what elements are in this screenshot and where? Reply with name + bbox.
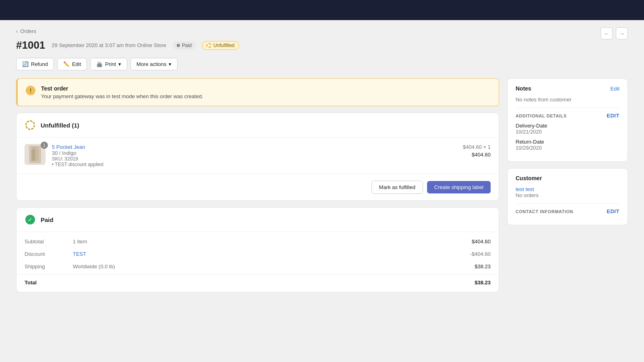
shipping-label: Shipping bbox=[25, 263, 73, 269]
discount-amount: -$404.60 bbox=[470, 251, 491, 257]
nav-bar bbox=[0, 0, 644, 20]
shipping-amount: $38.23 bbox=[475, 263, 491, 269]
main-left: ! Test order Your payment gateway was in… bbox=[16, 78, 499, 292]
notes-card-header: Notes Edit bbox=[516, 85, 619, 92]
order-meta: 29 September 2020 at 3:07 am from Online… bbox=[52, 42, 166, 48]
notes-edit-link[interactable]: Edit bbox=[611, 86, 619, 92]
page-title: #1001 bbox=[16, 39, 45, 51]
breadcrumb-label: Orders bbox=[20, 28, 36, 34]
main-right: Notes Edit No notes from customer ADDITI… bbox=[507, 78, 628, 292]
page-wrapper: ‹ Orders ← → #1001 29 September 2020 at … bbox=[0, 0, 644, 362]
print-chevron-icon: ▾ bbox=[118, 61, 121, 67]
item-thumbnail-icon bbox=[29, 146, 41, 163]
financial-rows: Subtotal 1 item $404.60 Discount TEST -$… bbox=[17, 232, 499, 292]
item-variant: 30 / Indigo bbox=[52, 150, 456, 156]
more-actions-button[interactable]: More actions ▾ bbox=[130, 58, 178, 70]
edit-button[interactable]: ✏️ Edit bbox=[57, 58, 87, 70]
svg-rect-1 bbox=[32, 147, 38, 148]
unfulfilled-dashed-icon bbox=[206, 43, 211, 48]
financial-row-shipping: Shipping Worldwide (0.0 lb) $38.23 bbox=[17, 260, 499, 273]
customer-title: Customer bbox=[516, 175, 542, 181]
item-sku: SKU: 32019 bbox=[52, 156, 456, 162]
subtotal-amount: $404.60 bbox=[472, 239, 491, 245]
unfulfilled-card-header: Unfulfilled (1) bbox=[17, 113, 499, 138]
item-quantity-badge: 1 bbox=[41, 142, 48, 149]
customer-card-header: Customer bbox=[516, 175, 619, 181]
item-price-formula: $404.60 × 1 bbox=[463, 144, 491, 150]
alert-title: Test order bbox=[41, 85, 203, 92]
print-icon: 🖨️ bbox=[96, 61, 103, 67]
return-date-label: Return-Date bbox=[516, 139, 619, 145]
action-bar: 🔄 Refund ✏️ Edit 🖨️ Print ▾ More actions… bbox=[16, 58, 628, 70]
total-amount: $38.23 bbox=[475, 280, 491, 286]
svg-rect-3 bbox=[31, 149, 35, 161]
alert-banner: ! Test order Your payment gateway was in… bbox=[16, 78, 499, 106]
additional-details-edit-link[interactable]: Edit bbox=[607, 113, 619, 119]
item-details: 5 Pocket Jean 30 / Indigo SKU: 32019 • T… bbox=[52, 144, 456, 167]
paid-card-header: ✓ Paid bbox=[17, 208, 499, 232]
item-discount: • TEST discount applied bbox=[52, 162, 456, 167]
alert-content: Test order Your payment gateway was in t… bbox=[41, 85, 203, 99]
breadcrumb[interactable]: ‹ Orders bbox=[16, 28, 628, 34]
discount-value: TEST bbox=[73, 251, 470, 257]
page-header: #1001 29 September 2020 at 3:07 am from … bbox=[16, 39, 628, 51]
delivery-date-item: Delivery-Date 10/21/2020 bbox=[516, 123, 619, 135]
alert-text: Your payment gateway was in test mode wh… bbox=[41, 93, 203, 99]
additional-details-header: ADDITIONAL DETAILS Edit bbox=[516, 113, 619, 119]
contact-info-header: CONTACT INFORMATION Edit bbox=[516, 208, 619, 214]
paid-status-icon: ✓ bbox=[25, 214, 36, 225]
order-item-row: 1 5 Pocket Jean 30 / Indigo SKU: 32019 •… bbox=[17, 138, 499, 174]
item-price-total: $404.60 bbox=[463, 152, 491, 158]
nav-back-button[interactable]: ← bbox=[601, 27, 613, 39]
unfulfilled-badge: Unfulfilled bbox=[202, 41, 239, 50]
return-date-value: 10/29/2020 bbox=[516, 145, 619, 151]
financial-row-discount: Discount TEST -$404.60 bbox=[17, 248, 499, 260]
nav-arrows: ← → bbox=[601, 27, 628, 39]
delivery-date-label: Delivery-Date bbox=[516, 123, 619, 129]
content-area: ‹ Orders ← → #1001 29 September 2020 at … bbox=[0, 20, 644, 362]
paid-dot-icon bbox=[177, 44, 180, 47]
contact-edit-link[interactable]: Edit bbox=[607, 208, 619, 214]
breadcrumb-arrow-icon: ‹ bbox=[16, 28, 18, 34]
card-actions: Mark as fulfilled Create shipping label bbox=[17, 174, 499, 200]
paid-title: Paid bbox=[41, 216, 54, 223]
financial-row-total: Total $38.23 bbox=[17, 276, 499, 289]
discount-label: Discount bbox=[25, 251, 73, 257]
refund-button[interactable]: 🔄 Refund bbox=[16, 58, 54, 70]
unfulfilled-status-icon bbox=[25, 119, 36, 131]
subtotal-value: 1 item bbox=[73, 239, 472, 245]
print-button[interactable]: 🖨️ Print ▾ bbox=[90, 58, 127, 70]
refund-icon: 🔄 bbox=[22, 61, 29, 67]
contact-section: CONTACT INFORMATION Edit bbox=[516, 203, 619, 214]
customer-name-link[interactable]: test test bbox=[516, 186, 619, 192]
notes-title: Notes bbox=[516, 85, 531, 92]
financial-divider bbox=[17, 274, 499, 275]
shipping-value: Worldwide (0.0 lb) bbox=[73, 263, 475, 269]
item-name-link[interactable]: 5 Pocket Jean bbox=[52, 144, 456, 150]
customer-orders-text: No orders bbox=[516, 192, 619, 198]
delivery-date-value: 10/21/2020 bbox=[516, 129, 619, 135]
return-date-item: Return-Date 10/29/2020 bbox=[516, 139, 619, 151]
paid-card: ✓ Paid Subtotal 1 item $404.60 bbox=[16, 207, 499, 292]
unfulfilled-card: Unfulfilled (1) bbox=[16, 113, 499, 201]
additional-details-section: ADDITIONAL DETAILS Edit Delivery-Date 10… bbox=[516, 107, 619, 151]
more-actions-chevron-icon: ▾ bbox=[169, 61, 171, 67]
create-shipping-label-button[interactable]: Create shipping label bbox=[427, 181, 491, 193]
item-image-wrapper: 1 bbox=[25, 144, 45, 165]
alert-warning-icon: ! bbox=[26, 86, 35, 95]
notes-card: Notes Edit No notes from customer ADDITI… bbox=[507, 78, 628, 162]
main-layout: ! Test order Your payment gateway was in… bbox=[16, 78, 628, 292]
edit-icon: ✏️ bbox=[63, 61, 70, 67]
paid-badge: Paid bbox=[173, 41, 196, 49]
mark-fulfilled-button[interactable]: Mark as fulfilled bbox=[372, 181, 423, 194]
unfulfilled-title: Unfulfilled (1) bbox=[41, 122, 79, 129]
total-label: Total bbox=[25, 280, 73, 286]
no-notes-text: No notes from customer bbox=[516, 97, 619, 103]
item-pricing: $404.60 × 1 $404.60 bbox=[463, 144, 491, 158]
nav-forward-button[interactable]: → bbox=[616, 27, 628, 39]
subtotal-label: Subtotal bbox=[25, 239, 73, 245]
customer-card: Customer test test No orders CONTACT INF… bbox=[507, 168, 628, 225]
financial-row-subtotal: Subtotal 1 item $404.60 bbox=[17, 235, 499, 248]
